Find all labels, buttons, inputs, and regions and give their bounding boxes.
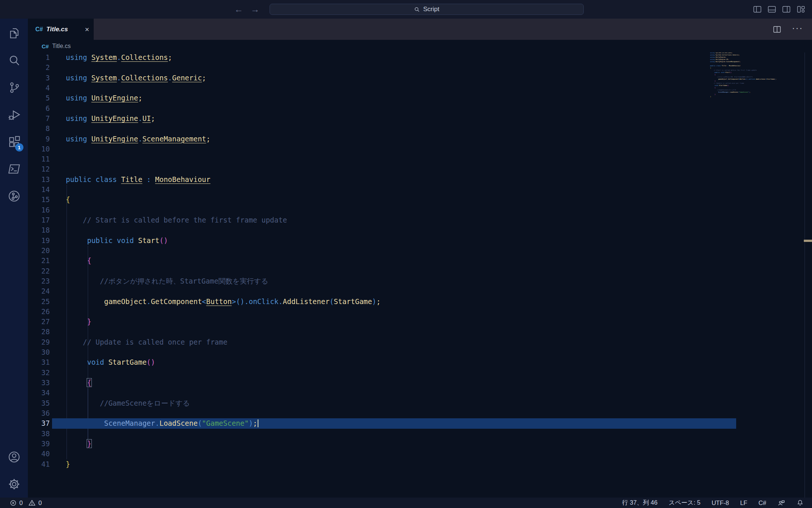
code-line[interactable]: 34 xyxy=(28,388,812,398)
code-line[interactable]: 15{ xyxy=(28,195,812,205)
code-line[interactable]: 2 xyxy=(28,63,812,73)
code-line[interactable]: 21 { xyxy=(28,256,812,266)
line-number[interactable]: 7 xyxy=(28,114,64,124)
code-line[interactable]: 17 // Start is called before the first f… xyxy=(28,215,812,225)
close-icon[interactable]: × xyxy=(85,26,89,33)
line-number[interactable]: 3 xyxy=(28,73,64,83)
minimap[interactable]: using System.Collections; using System.C… xyxy=(710,52,751,97)
explorer-icon[interactable] xyxy=(5,24,23,42)
line-number[interactable]: 18 xyxy=(28,225,64,235)
line-number[interactable]: 5 xyxy=(28,93,64,103)
line-number[interactable]: 11 xyxy=(28,154,64,164)
code-line[interactable]: 10 xyxy=(28,144,812,154)
layout-panel-icon[interactable] xyxy=(767,5,776,14)
line-number[interactable]: 14 xyxy=(28,185,64,195)
code-line[interactable]: 35 //GameSceneをロードする xyxy=(28,398,812,408)
code-line[interactable]: 23 //ボタンが押された時、StartGame関数を実行する xyxy=(28,276,812,286)
line-number[interactable]: 26 xyxy=(28,307,64,317)
terminal-sidebar-icon[interactable] xyxy=(5,160,23,178)
more-actions-icon[interactable]: ··· xyxy=(792,28,803,31)
overview-ruler[interactable] xyxy=(805,52,805,498)
line-number[interactable]: 38 xyxy=(28,429,64,439)
code-line[interactable]: 26 xyxy=(28,307,812,317)
line-number[interactable]: 19 xyxy=(28,236,64,246)
code-line[interactable]: 27 } xyxy=(28,317,812,327)
line-number[interactable]: 4 xyxy=(28,83,64,93)
code-line[interactable]: 22 xyxy=(28,266,812,276)
problems-status[interactable]: 0 0 xyxy=(10,499,45,507)
layout-customize-icon[interactable] xyxy=(796,5,805,14)
code-line[interactable]: 3using System.Collections.Generic; xyxy=(28,73,812,83)
code-line[interactable]: 13public class Title : MonoBehaviour xyxy=(28,175,812,185)
account-icon[interactable] xyxy=(5,448,23,466)
eol-status[interactable]: LF xyxy=(740,499,747,507)
line-number[interactable]: 12 xyxy=(28,164,64,174)
code-line[interactable]: 38 xyxy=(28,429,812,439)
encoding-status[interactable]: UTF-8 xyxy=(712,499,729,507)
line-number[interactable]: 21 xyxy=(28,256,64,266)
code-line[interactable]: 4 xyxy=(28,83,812,93)
code-line[interactable]: 28 xyxy=(28,327,812,337)
code-line[interactable]: 6 xyxy=(28,103,812,114)
code-line[interactable]: 41} xyxy=(28,459,812,469)
code-line[interactable]: 1using System.Collections; xyxy=(28,52,812,63)
split-editor-icon[interactable] xyxy=(773,25,782,34)
line-number[interactable]: 27 xyxy=(28,317,64,327)
line-number[interactable]: 10 xyxy=(28,144,64,154)
line-number[interactable]: 40 xyxy=(28,449,64,459)
line-number[interactable]: 13 xyxy=(28,175,64,185)
line-number[interactable]: 8 xyxy=(28,124,64,134)
code-line[interactable]: 5using UnityEngine; xyxy=(28,93,812,103)
code-line[interactable]: 40 xyxy=(28,449,812,459)
bell-icon[interactable] xyxy=(796,499,804,507)
code-line[interactable]: 8 xyxy=(28,124,812,134)
code-line[interactable]: 12 xyxy=(28,164,812,174)
code-line[interactable]: 30 xyxy=(28,347,812,357)
line-number[interactable]: 31 xyxy=(28,357,64,367)
extensions-icon[interactable]: 1 xyxy=(5,133,23,151)
code-line[interactable]: 36 xyxy=(28,408,812,418)
line-number[interactable]: 34 xyxy=(28,388,64,398)
line-number[interactable]: 17 xyxy=(28,215,64,225)
line-number[interactable]: 36 xyxy=(28,408,64,418)
code-line[interactable]: 25 gameObject.GetComponent<Button>().onC… xyxy=(28,297,812,307)
code-line[interactable]: 37 SceneManager.LoadScene("GameScene"); xyxy=(28,418,812,428)
line-number[interactable]: 35 xyxy=(28,398,64,408)
code-line[interactable]: 33 { xyxy=(28,378,812,388)
line-number[interactable]: 2 xyxy=(28,63,64,73)
line-number[interactable]: 32 xyxy=(28,368,64,378)
line-number[interactable]: 6 xyxy=(28,103,64,114)
code-line[interactable]: 9using UnityEngine.SceneManagement; xyxy=(28,134,812,144)
nav-back-icon[interactable]: ← xyxy=(234,4,243,15)
run-debug-icon[interactable] xyxy=(5,106,23,124)
code-line[interactable]: 14 xyxy=(28,185,812,195)
code-line[interactable]: 20 xyxy=(28,246,812,256)
line-number[interactable]: 41 xyxy=(28,459,64,469)
code-line[interactable]: 31 void StartGame() xyxy=(28,357,812,367)
line-number[interactable]: 15 xyxy=(28,195,64,205)
code-line[interactable]: 29 // Update is called once per frame xyxy=(28,337,812,347)
code-line[interactable]: 7using UnityEngine.UI; xyxy=(28,114,812,124)
line-number[interactable]: 25 xyxy=(28,297,64,307)
indentation-status[interactable]: スペース: 5 xyxy=(668,499,700,507)
code-line[interactable]: 32 xyxy=(28,368,812,378)
code-line[interactable]: 39 } xyxy=(28,439,812,449)
code-line[interactable]: 16 xyxy=(28,205,812,215)
line-number[interactable]: 20 xyxy=(28,246,64,256)
language-status[interactable]: C# xyxy=(758,499,766,507)
code-line[interactable]: 11 xyxy=(28,154,812,164)
line-number[interactable]: 29 xyxy=(28,337,64,347)
layout-sidebar-right-icon[interactable] xyxy=(782,5,791,14)
line-number[interactable]: 1 xyxy=(28,52,64,63)
line-number[interactable]: 39 xyxy=(28,439,64,449)
command-center-search[interactable]: Script xyxy=(270,4,584,15)
settings-gear-icon[interactable] xyxy=(5,475,23,493)
line-number[interactable]: 16 xyxy=(28,205,64,215)
code-line[interactable]: 18 xyxy=(28,225,812,235)
cursor-position-status[interactable]: 行 37、列 46 xyxy=(622,499,657,507)
line-number[interactable]: 22 xyxy=(28,266,64,276)
line-number[interactable]: 23 xyxy=(28,276,64,286)
search-sidebar-icon[interactable] xyxy=(5,51,23,69)
breadcrumb[interactable]: C# Title.cs xyxy=(28,40,812,52)
line-number[interactable]: 30 xyxy=(28,347,64,357)
